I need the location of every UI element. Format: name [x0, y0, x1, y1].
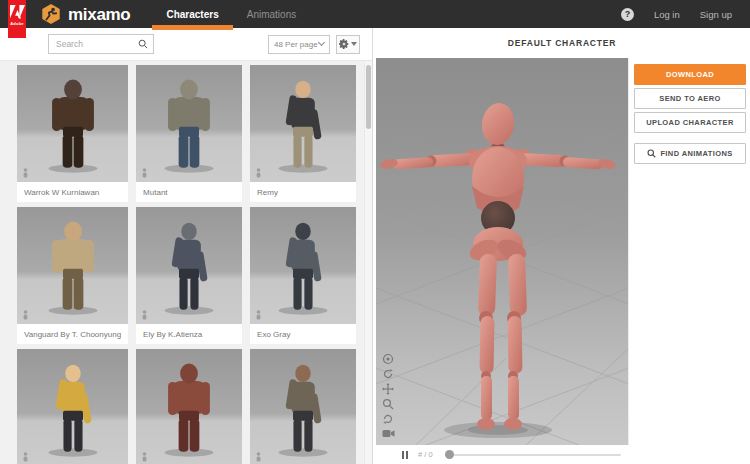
orbit-camera-icon[interactable]: [381, 352, 395, 365]
gear-icon: [339, 39, 349, 49]
upload-character-label: UPLOAD CHARACTER: [646, 118, 734, 127]
character-badge-icon: [22, 452, 29, 462]
active-tab-underline: [152, 25, 232, 30]
frame-counter: # / 0: [418, 450, 433, 459]
zoom-icon[interactable]: [381, 397, 395, 410]
stage-panel: DEFAULT CHARACTER: [374, 28, 750, 464]
viewer-toolbar: [381, 352, 395, 440]
character-figure: [257, 216, 349, 316]
per-page-value: 48 Per page: [274, 40, 318, 49]
timeline-slider[interactable]: [445, 445, 621, 464]
stage-title: DEFAULT CHARACTER: [374, 28, 750, 58]
find-animations-label: FIND ANIMATIONS: [660, 149, 732, 158]
main-tabs: Characters Animations: [152, 0, 310, 28]
character-figure: [27, 216, 119, 316]
character-card[interactable]: Remy: [250, 65, 356, 202]
character-name: Vanguard By T. Choonyung: [17, 324, 128, 344]
mixamo-runner-icon: [40, 3, 62, 25]
pan-icon[interactable]: [381, 382, 395, 395]
character-card[interactable]: Exo Gray: [250, 207, 356, 344]
download-button[interactable]: DOWNLOAD: [634, 64, 746, 85]
character-name: Ely By K.Atienza: [136, 324, 242, 344]
video-camera-icon[interactable]: [381, 427, 395, 440]
brand-name: mixamo: [68, 6, 130, 23]
download-label: DOWNLOAD: [666, 70, 714, 79]
adobe-a-icon: [10, 5, 25, 19]
search-icon[interactable]: [138, 39, 148, 49]
character-badge-icon: [22, 168, 29, 178]
character-thumbnail: [136, 207, 242, 324]
timeline-knob[interactable]: [445, 450, 454, 459]
character-badge-icon: [141, 168, 148, 178]
search-icon: [647, 149, 656, 158]
upload-character-button[interactable]: UPLOAD CHARACTER: [634, 112, 746, 133]
character-figure: [143, 216, 235, 316]
character-figure: [257, 358, 349, 458]
action-sidebar: DOWNLOAD SEND TO AERO UPLOAD CHARACTER F…: [628, 58, 750, 464]
find-animations-button[interactable]: FIND ANIMATIONS: [634, 143, 746, 164]
login-link[interactable]: Log in: [654, 9, 680, 20]
character-figure: [27, 74, 119, 174]
character-thumbnail: [17, 349, 128, 464]
signup-link[interactable]: Sign up: [700, 9, 732, 20]
character-figure: [27, 358, 119, 458]
character-name: Warrok W Kurniawan: [17, 182, 128, 202]
character-card[interactable]: Ely By K.Atienza: [136, 207, 242, 344]
per-page-select[interactable]: 48 Per page: [268, 35, 330, 54]
character-thumbnail: [250, 65, 356, 182]
character-card[interactable]: [17, 349, 128, 464]
3d-viewer[interactable]: [376, 58, 629, 445]
character-card[interactable]: Warrok W Kurniawan: [17, 65, 128, 202]
tab-characters[interactable]: Characters: [152, 0, 232, 28]
top-navbar: mixamo Characters Animations ? Log in Si…: [0, 0, 750, 28]
character-name: Remy: [250, 182, 356, 202]
character-figure: [143, 74, 235, 174]
character-card[interactable]: [250, 349, 356, 464]
character-grid: Warrok W Kurniawan: [17, 65, 356, 464]
playback-bar: # / 0: [376, 445, 629, 464]
library-toolbar: 48 Per page: [0, 28, 372, 61]
character-badge-icon: [255, 310, 262, 320]
character-badge-icon: [255, 452, 262, 462]
character-thumbnail: [250, 207, 356, 324]
character-library-panel: 48 Per page: [0, 28, 373, 464]
navbar-right: ? Log in Sign up: [621, 8, 750, 21]
mixamo-brand[interactable]: mixamo: [40, 3, 130, 25]
character-badge-icon: [141, 310, 148, 320]
character-name: Exo Gray: [250, 324, 356, 344]
tab-animations-label: Animations: [247, 9, 296, 20]
search-input[interactable]: [54, 38, 138, 50]
character-figure: [257, 74, 349, 174]
character-thumbnail: [17, 65, 128, 182]
adobe-logo[interactable]: Adobe: [8, 0, 26, 38]
caret-down-icon: [351, 42, 357, 46]
library-scrollbar[interactable]: [364, 61, 372, 464]
search-field: [48, 34, 154, 54]
timeline-track[interactable]: [445, 454, 621, 456]
character-thumbnail: [136, 65, 242, 182]
pause-icon[interactable]: [402, 451, 408, 459]
character-badge-icon: [22, 310, 29, 320]
settings-button[interactable]: [336, 35, 360, 54]
character-thumbnail: [136, 349, 242, 464]
character-name: Mutant: [136, 182, 242, 202]
tab-characters-label: Characters: [166, 9, 218, 20]
chevron-down-icon: [318, 39, 325, 46]
send-to-aero-button[interactable]: SEND TO AERO: [634, 88, 746, 109]
scrollbar-thumb[interactable]: [366, 65, 371, 129]
character-thumbnail: [17, 207, 128, 324]
character-card[interactable]: Vanguard By T. Choonyung: [17, 207, 128, 344]
reset-view-icon[interactable]: [381, 412, 395, 425]
tab-animations[interactable]: Animations: [233, 0, 310, 28]
help-icon[interactable]: ?: [621, 8, 634, 21]
adobe-word: Adobe: [10, 21, 23, 26]
character-badge-icon: [255, 168, 262, 178]
send-to-aero-label: SEND TO AERO: [659, 94, 720, 103]
character-figure: [143, 358, 235, 458]
character-card[interactable]: [136, 349, 242, 464]
character-thumbnail: [250, 349, 356, 464]
default-character-mannequin: [379, 101, 617, 430]
character-grid-area: Warrok W Kurniawan: [0, 61, 364, 464]
rotate-icon[interactable]: [381, 367, 395, 380]
character-card[interactable]: Mutant: [136, 65, 242, 202]
